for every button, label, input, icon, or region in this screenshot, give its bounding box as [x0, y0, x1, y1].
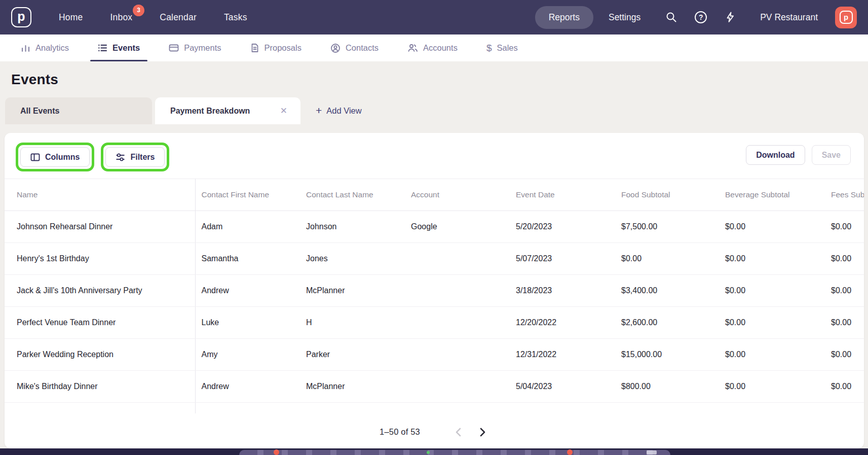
table-row[interactable] — [5, 403, 864, 413]
nav-inbox[interactable]: Inbox 3 — [110, 12, 132, 23]
table-row[interactable]: Mike's Birthday Dinner Andrew McPlanner … — [5, 371, 864, 403]
account-name[interactable]: PV Restaurant — [760, 12, 818, 23]
dock-indicator-dot — [427, 451, 430, 454]
toolbar-right: Download Save — [746, 143, 851, 165]
cell-account: Google — [405, 211, 510, 243]
cell-beverage-subtotal: $0.00 — [719, 339, 825, 371]
table-row[interactable]: Jack & Jill's 10th Anniversary Party And… — [5, 275, 864, 307]
view-tab-all-events[interactable]: All Events — [5, 97, 152, 124]
list-icon — [98, 43, 107, 53]
cell-food-subtotal: $15,000.00 — [615, 339, 719, 371]
columns-button[interactable]: Columns — [20, 147, 90, 167]
cell-event-date: 12/20/2022 — [510, 307, 615, 339]
cell-event-date: 12/31/2022 — [510, 339, 615, 371]
columns-icon — [30, 153, 40, 162]
dock-strip[interactable] — [239, 450, 670, 455]
cell-food-subtotal: $3,400.00 — [615, 275, 719, 307]
spacer — [0, 124, 868, 133]
tab-contacts[interactable]: Contacts — [323, 34, 386, 61]
cell-account — [405, 307, 510, 339]
cell-beverage-subtotal: $0.00 — [719, 243, 825, 275]
cell-food-subtotal — [615, 403, 719, 413]
document-icon — [250, 43, 259, 53]
cell-beverage-subtotal: $0.00 — [719, 211, 825, 243]
filters-icon — [116, 153, 125, 162]
help-icon[interactable]: ? — [695, 11, 707, 23]
table-row[interactable]: Parker Wedding Reception Amy Parker 12/3… — [5, 339, 864, 371]
reports-section-tabs: Analytics Events Payments Proposals — [0, 34, 868, 61]
table-header-row: NameContact First NameContact Last NameA… — [5, 179, 864, 211]
topbar-right: Reports Settings ? PV Restaurant p — [535, 6, 857, 29]
column-header[interactable]: Beverage Subtotal — [719, 179, 825, 211]
tab-proposals[interactable]: Proposals — [243, 34, 309, 61]
filters-button[interactable]: Filters — [105, 147, 165, 167]
bar-chart-icon — [21, 43, 30, 53]
top-navigation-bar: p Home Inbox 3 Calendar Tasks Reports Se… — [0, 0, 868, 34]
previous-page-icon[interactable] — [451, 426, 465, 439]
cell-account — [405, 371, 510, 403]
cell-name: Perfect Venue Team Dinner — [5, 307, 195, 339]
dock-app-icon — [647, 450, 657, 454]
lightning-icon[interactable] — [724, 11, 737, 24]
table-row[interactable]: Perfect Venue Team Dinner Luke H 12/20/2… — [5, 307, 864, 339]
highlight-filters: Filters — [101, 143, 169, 171]
view-tab-payment-breakdown[interactable]: Payment Breakdown ✕ — [155, 97, 300, 124]
table-row[interactable]: Johnson Rehearsal Dinner Adam Johnson Go… — [5, 211, 864, 243]
nav-calendar[interactable]: Calendar — [160, 12, 197, 23]
nav-tasks[interactable]: Tasks — [224, 12, 247, 23]
dollar-icon: $ — [486, 43, 492, 54]
cell-event-date: 5/20/2023 — [510, 211, 615, 243]
column-header[interactable]: Account — [405, 179, 510, 211]
table-toolbar: Columns Filters Download Save — [5, 133, 864, 179]
cell-contact-last-name: Jones — [300, 243, 405, 275]
cell-contact-last-name: Parker — [300, 339, 405, 371]
nav-settings[interactable]: Settings — [609, 12, 640, 23]
nav-home[interactable]: Home — [59, 12, 83, 23]
cell-beverage-subtotal — [719, 403, 825, 413]
cell-account — [405, 243, 510, 275]
avatar[interactable]: p — [835, 7, 857, 28]
cell-contact-first-name: Samantha — [195, 243, 300, 275]
column-header[interactable]: Food Subtotal — [615, 179, 719, 211]
next-page-icon[interactable] — [476, 426, 489, 439]
add-view-button[interactable]: + Add View — [316, 97, 362, 124]
cell-event-date: 5/04/2023 — [510, 371, 615, 403]
page-title: Events — [11, 72, 868, 88]
dock-notification-badge — [274, 449, 279, 455]
brand-logo-icon[interactable]: p — [11, 7, 31, 27]
column-header[interactable]: Contact Last Name — [300, 179, 405, 211]
cell-food-subtotal: $7,500.00 — [615, 211, 719, 243]
nav-reports-active[interactable]: Reports — [535, 6, 593, 29]
cell-event-date: 5/07/2023 — [510, 243, 615, 275]
cell-contact-first-name: Andrew — [195, 275, 300, 307]
column-header[interactable]: Fees Subtotal — [825, 179, 864, 211]
tab-payments[interactable]: Payments — [161, 34, 229, 61]
column-header[interactable]: Event Date — [510, 179, 615, 211]
cell-name: Parker Wedding Reception — [5, 339, 195, 371]
column-header[interactable]: Name — [5, 179, 195, 211]
tab-sales[interactable]: $ Sales — [479, 34, 525, 61]
search-icon[interactable] — [665, 11, 678, 24]
cell-food-subtotal: $0.00 — [615, 243, 719, 275]
table-row[interactable]: Henry's 1st Birthday Samantha Jones 5/07… — [5, 243, 864, 275]
tab-accounts[interactable]: Accounts — [400, 34, 465, 61]
table-body: Johnson Rehearsal Dinner Adam Johnson Go… — [5, 211, 864, 413]
cell-contact-first-name — [195, 403, 300, 413]
cell-contact-first-name: Adam — [195, 211, 300, 243]
column-header[interactable]: Contact First Name — [195, 179, 300, 211]
tab-analytics[interactable]: Analytics — [13, 34, 77, 61]
tab-events[interactable]: Events — [90, 34, 147, 61]
person-circle-icon — [330, 43, 341, 53]
cell-account — [405, 339, 510, 371]
cell-fees-subtotal: $0.00 — [825, 339, 864, 371]
avatar-logo-icon: p — [840, 11, 853, 24]
download-button[interactable]: Download — [746, 145, 805, 165]
cell-contact-last-name: Johnson — [300, 211, 405, 243]
close-tab-icon[interactable]: ✕ — [275, 106, 300, 116]
cell-account — [405, 275, 510, 307]
cell-name: Jack & Jill's 10th Anniversary Party — [5, 275, 195, 307]
cell-name: Henry's 1st Birthday — [5, 243, 195, 275]
cell-fees-subtotal — [825, 403, 864, 413]
save-button[interactable]: Save — [812, 145, 851, 165]
dock-notification-badge — [567, 449, 573, 455]
